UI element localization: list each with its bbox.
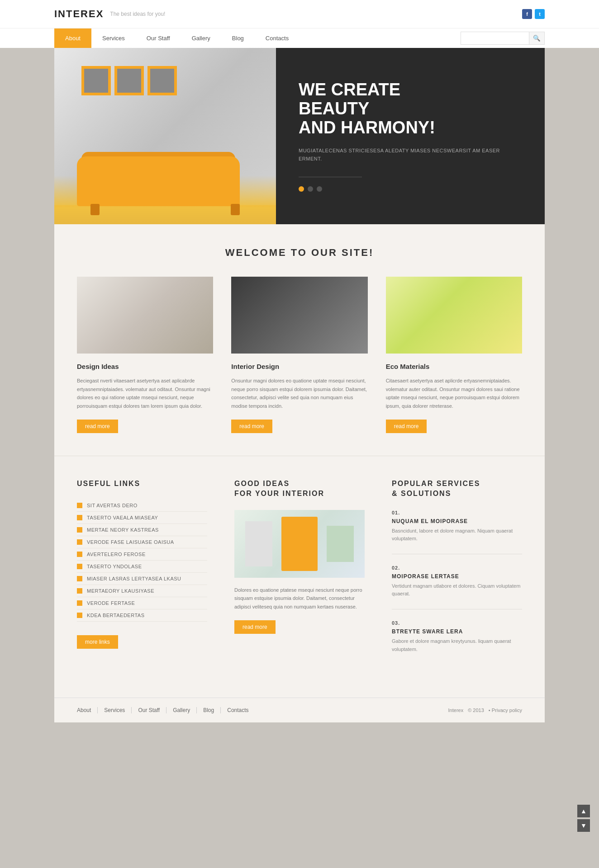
nav-item-blog[interactable]: Blog [221,28,255,48]
bullet-icon [77,539,82,545]
list-item[interactable]: AVERTELERO FEROSE [77,548,207,561]
card-image-bedroom [77,277,213,354]
bullet-icon [77,515,82,520]
read-more-button-3[interactable]: read more [386,420,427,433]
wall-art [81,66,177,95]
service-num-2: 02. [392,565,522,571]
card-eco-materials: Eco Materials Citaesaert asetyertya aset… [386,277,522,433]
hero-title: WE CREATE BEAUTY AND HARMONY! [299,80,522,137]
header: INTEREX The best ideas for you! f t [0,0,599,28]
service-title-2: MOIPORASE LERTASE [392,573,522,580]
list-item[interactable]: KDEA BERTAEDERTAS [77,609,207,622]
read-more-button-1[interactable]: read more [77,420,118,433]
service-desc-3: Gabore et dolore magnam kreytyunus. liqu… [392,637,522,653]
service-title-1: NUQUAM EL MOIPORASE [392,518,522,524]
service-desc-1: Basncidunt, labore et dolore magnam. Niq… [392,527,522,543]
good-ideas-title: GOOD IDEAS FOR YOUR INTERIOR [234,479,365,499]
main-section: WELCOME TO OUR SITE! Design Ideas Becieg… [54,224,545,456]
service-title-3: BTREYTE SWARE LERA [392,628,522,635]
search-box: 🔍 [461,32,545,45]
popular-services-title: POPULAR SERVICES & SOLUTIONS [392,479,522,499]
service-num-3: 03. [392,620,522,626]
hero-description: MUGIATALECENAS STRICIESESA ALEDATY MIASE… [299,146,522,163]
footer-nav-ourstaff[interactable]: Our Staff [132,707,166,713]
more-links-button[interactable]: more links [77,635,118,649]
bullet-icon [77,600,82,606]
logo-area: INTEREX The best ideas for you! [54,8,165,20]
nav-item-about[interactable]: About [54,28,91,48]
hero-divider [299,177,362,177]
list-item[interactable]: VERODE FERTASE [77,597,207,609]
footer-nav: About Services Our Staff Gallery Blog Co… [77,707,255,713]
hero-dot-1[interactable] [299,186,304,192]
search-button[interactable]: 🔍 [529,32,544,44]
card-text-3: Citaesaert asetyertya aset aplicrde erty… [386,377,522,410]
footer-nav-about[interactable]: About [77,707,98,713]
nav-item-gallery[interactable]: Gallery [181,28,221,48]
cards-container: Design Ideas Beciegast nverti vitaesaert… [77,277,522,433]
footer-copyright: © 2013 [468,708,484,713]
bullet-icon [77,503,82,508]
card-title-2: Interior Design [231,363,367,370]
card-title-1: Design Ideas [77,363,213,370]
hero-text: WE CREATE BEAUTY AND HARMONY! MUGIATALEC… [276,48,545,224]
card-design-ideas: Design Ideas Beciegast nverti vitaesaert… [77,277,213,433]
service-item-2: 02. MOIPORASE LERTASE Vertidunt magnam u… [392,565,522,609]
twitter-icon[interactable]: t [535,9,545,19]
bullet-icon [77,527,82,533]
nav-item-contacts[interactable]: Contacts [255,28,300,48]
lower-section: USEFUL LINKS SIT AVERTAS DERO TASERTO VA… [54,456,545,698]
sofa-body [77,156,240,206]
card-image-eco [386,277,522,354]
footer-nav-services[interactable]: Services [98,707,132,713]
list-item[interactable]: SIT AVERTAS DERO [77,500,207,512]
read-more-button-2[interactable]: read more [231,420,272,433]
service-item-3: 03. BTREYTE SWARE LERA Gabore et dolore … [392,620,522,664]
list-item[interactable]: MIASER LASRAS LERTYASEA LKASU [77,573,207,585]
nav-item-services[interactable]: Services [91,28,136,48]
sofa-leg-left [90,204,100,215]
bullet-icon [77,613,82,618]
service-item-1: 01. NUQUAM EL MOIPORASE Basncidunt, labo… [392,510,522,554]
bullet-icon [77,564,82,569]
social-icons: f t [522,9,545,19]
hero-dot-2[interactable] [308,186,313,192]
service-desc-2: Vertidunt magnam utlabore et dolores. Ci… [392,582,522,598]
main-nav: About Services Our Staff Gallery Blog Co… [0,28,599,48]
nav-item-ourstaff[interactable]: Our Staff [136,28,181,48]
hero-dot-3[interactable] [317,186,322,192]
bullet-icon [77,576,82,581]
art-frame-3 [147,66,177,95]
sofa-leg-right [231,204,240,215]
list-item[interactable]: VERODE FASE LAISUASE OAISUA [77,536,207,548]
logo: INTEREX [54,8,104,20]
popular-services-col: POPULAR SERVICES & SOLUTIONS 01. NUQUAM … [392,479,522,675]
search-input[interactable] [461,33,529,44]
card-text-1: Beciegast nverti vitaesaert asetyertya a… [77,377,213,410]
footer-brand: Interex [448,708,464,713]
hero-section: WE CREATE BEAUTY AND HARMONY! MUGIATALEC… [54,48,545,224]
list-item[interactable]: MERTAE NEORY KASTREAS [77,524,207,536]
footer-nav-blog[interactable]: Blog [197,707,221,713]
art-frame-2 [114,66,144,95]
hero-image [54,48,276,224]
card-interior-design: Interior Design Onsuntur magni dolores e… [231,277,367,433]
good-ideas-text: Dolores eo quatione ptatese msequi nesci… [234,586,365,611]
service-num-1: 01. [392,510,522,515]
nav-items: About Services Our Staff Gallery Blog Co… [54,28,300,48]
list-item[interactable]: MERTAEORY LKAUSIYASE [77,585,207,597]
list-item[interactable]: TASERTO YNDOLASE [77,561,207,573]
art-frame-1 [81,66,111,95]
useful-links-title: USEFUL LINKS [77,479,207,489]
footer-right: Interex © 2013 • Privacy policy [448,708,522,713]
footer-nav-gallery[interactable]: Gallery [166,707,197,713]
list-item[interactable]: TASERTO VAEALA MIASEAY [77,512,207,524]
footer: About Services Our Staff Gallery Blog Co… [54,698,545,722]
facebook-icon[interactable]: f [522,9,532,19]
good-ideas-read-more[interactable]: read more [234,620,276,634]
card-text-2: Onsuntur magni dolores eo quatione uptat… [231,377,367,410]
footer-nav-contacts[interactable]: Contacts [221,707,255,713]
hero-dots [299,186,522,192]
good-ideas-col: GOOD IDEAS FOR YOUR INTERIOR Dolores eo … [234,479,365,675]
footer-privacy[interactable]: • Privacy policy [489,708,522,713]
